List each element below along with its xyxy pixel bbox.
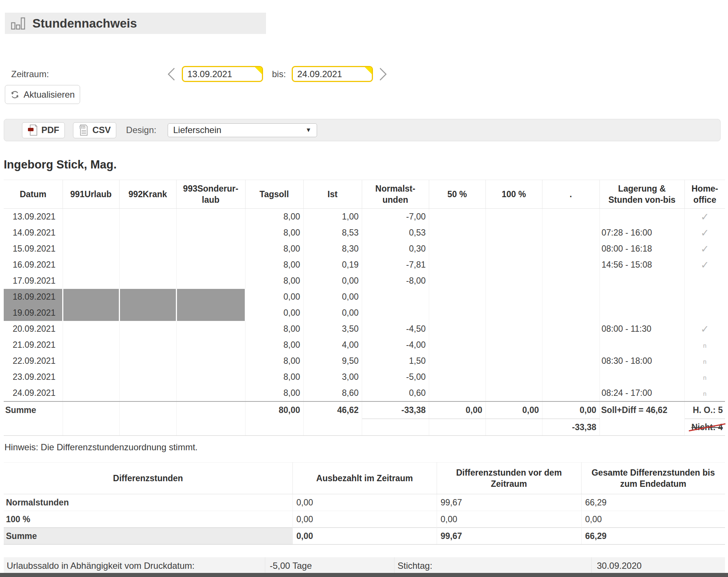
cell-tagsoll: 8,00 xyxy=(245,321,303,337)
cell-p100 xyxy=(485,225,542,241)
diff-value: 0,00 xyxy=(292,511,437,528)
cell-datum: 16.09.2021 xyxy=(4,257,63,273)
cell-normalstunden xyxy=(362,305,429,321)
stichtag-label: Stichtag: xyxy=(395,557,592,574)
cell-p50 xyxy=(429,209,485,225)
period-to-field xyxy=(292,66,373,82)
column-header-ist: Ist xyxy=(303,180,362,209)
cell-p50 xyxy=(429,225,485,241)
diff-value: 0,00 xyxy=(437,511,581,528)
summary-krank xyxy=(119,401,176,419)
previous-period-button[interactable] xyxy=(165,67,177,82)
cell-lagerung xyxy=(599,337,684,353)
column-header-datum: Datum xyxy=(4,180,63,209)
cell-homeoffice: ✓ xyxy=(684,209,725,225)
csv-export-button[interactable]: CSV CSV xyxy=(73,122,116,138)
cell-datum: 14.09.2021 xyxy=(4,225,63,241)
nicht-value: Nicht: 4 xyxy=(691,422,723,432)
cell-homeoffice: n xyxy=(684,337,725,353)
page: Stundennachweis Zeitraum: bis: xyxy=(0,0,728,577)
cell-normalstunden: -4,00 xyxy=(362,337,429,353)
cell-homeoffice: n xyxy=(684,385,725,401)
cell-ist: 3,50 xyxy=(303,321,362,337)
cell-krank xyxy=(119,273,176,289)
cell-normalstunden: 0,60 xyxy=(362,385,429,401)
period-from-input[interactable] xyxy=(183,67,262,81)
cell-ist: 0,19 xyxy=(303,257,362,273)
cell-krank xyxy=(119,337,176,353)
cell-homeoffice: ✓ xyxy=(684,225,725,241)
urlaubssaldo-bar: Urlaubssaldo in Abhängigkeit vom Druckda… xyxy=(4,557,725,574)
period-to-input[interactable] xyxy=(293,67,372,81)
pdf-file-icon xyxy=(28,124,38,136)
pdf-export-button[interactable]: PDF xyxy=(22,122,65,138)
summary2-homeoffice: Nicht: 4 xyxy=(684,419,725,436)
column-header-lagerung: Lagerung &Stunden von-bis xyxy=(599,180,684,209)
cell-ist: 9,50 xyxy=(303,353,362,369)
cell-krank xyxy=(119,369,176,385)
summary-normalstunden: -33,38 xyxy=(362,401,429,419)
column-header-p100: 100 % xyxy=(485,180,542,209)
diff-row-label: Normalstunden xyxy=(4,494,292,511)
cell-p50 xyxy=(429,337,485,353)
cell-urlaub xyxy=(63,257,119,273)
cell-tagsoll: 8,00 xyxy=(245,225,303,241)
cell-datum: 21.09.2021 xyxy=(4,337,63,353)
cell-normalstunden: 1,50 xyxy=(362,353,429,369)
summary2-sonderurlaub xyxy=(176,419,245,436)
summary2-lagerung xyxy=(599,419,684,436)
timesheet-row: 24.09.20218,008,600,6008:24 - 17:00n xyxy=(4,385,725,401)
cell-homeoffice xyxy=(684,289,725,305)
cell-lagerung xyxy=(599,209,684,225)
timesheet-row: 22.09.20218,009,501,5008:30 - 18:00n xyxy=(4,353,725,369)
summary-lagerung: Soll+Diff = 46,62 xyxy=(599,401,684,419)
cell-homeoffice: n xyxy=(684,369,725,385)
cell-datum: 24.09.2021 xyxy=(4,385,63,401)
pdf-button-label: PDF xyxy=(41,125,59,135)
diff-column-header-2: Differenzstunden vor demZeitraum xyxy=(437,463,581,494)
cell-lagerung: 14:56 - 15:08 xyxy=(599,257,684,273)
cell-p100 xyxy=(485,385,542,401)
summary-sonderurlaub xyxy=(176,401,245,419)
cell-ist: 0,00 xyxy=(303,289,362,305)
cell-normalstunden xyxy=(362,289,429,305)
cell-datum: 18.09.2021 xyxy=(4,289,63,305)
next-period-button[interactable] xyxy=(377,67,389,82)
cell-homeoffice: ✓ xyxy=(684,257,725,273)
cell-tagsoll: 8,00 xyxy=(245,209,303,225)
cell-ist: 0,00 xyxy=(303,273,362,289)
cell-dot xyxy=(542,353,599,369)
summary2-p50 xyxy=(429,419,485,436)
diff-value: 99,67 xyxy=(437,528,581,545)
summary2-tagsoll xyxy=(245,419,303,436)
chevron-right-icon xyxy=(377,67,389,82)
cell-p100 xyxy=(485,273,542,289)
summary2-dot: -33,38 xyxy=(542,419,599,436)
csv-button-label: CSV xyxy=(92,125,111,135)
cell-p100 xyxy=(485,369,542,385)
cell-tagsoll: 8,00 xyxy=(245,337,303,353)
svg-text:CSV: CSV xyxy=(80,126,85,129)
cell-sonderurlaub xyxy=(176,353,245,369)
cell-ist: 0,00 xyxy=(303,305,362,321)
refresh-button[interactable]: Aktualisieren xyxy=(5,85,80,104)
cell-normalstunden: -7,00 xyxy=(362,209,429,225)
cell-urlaub xyxy=(63,305,119,321)
summary-homeoffice: H. O.: 5 xyxy=(684,401,725,419)
bottom-divider-bar xyxy=(0,573,728,577)
summary-tagsoll: 80,00 xyxy=(245,401,303,419)
differenzstunden-header-row: DifferenzstundenAusbezahlt im ZeitraumDi… xyxy=(4,463,725,494)
cell-p50 xyxy=(429,289,485,305)
cell-p50 xyxy=(429,257,485,273)
design-select[interactable]: Lieferschein ▼ xyxy=(168,123,317,137)
cell-krank xyxy=(119,209,176,225)
summary-ist: 46,62 xyxy=(303,401,362,419)
homeoffice-check-icon: ✓ xyxy=(700,227,709,239)
timesheet-summary-row: Summe80,0046,62-33,380,000,000,00Soll+Di… xyxy=(4,401,725,419)
cell-homeoffice xyxy=(684,273,725,289)
cell-normalstunden: -4,50 xyxy=(362,321,429,337)
cell-urlaub xyxy=(63,321,119,337)
cell-dot xyxy=(542,225,599,241)
cell-krank xyxy=(119,225,176,241)
timesheet-row: 20.09.20218,003,50-4,5008:00 - 11:30✓ xyxy=(4,321,725,337)
